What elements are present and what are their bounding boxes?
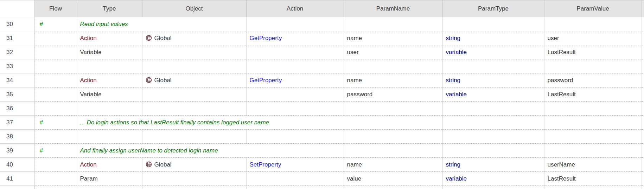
cell-action[interactable] <box>246 45 344 59</box>
row-number[interactable]: 35 <box>0 87 34 102</box>
row-number[interactable]: 41 <box>0 172 34 186</box>
cell-param-type[interactable]: variable <box>442 45 544 59</box>
comment-cell[interactable]: Read input values <box>77 17 246 31</box>
cell-type[interactable]: Action <box>77 73 142 87</box>
row-number[interactable]: 38 <box>0 130 34 144</box>
flow-cell[interactable] <box>34 186 77 189</box>
cell-type[interactable]: Action <box>77 158 142 172</box>
empty-cell[interactable] <box>142 59 246 73</box>
flow-cell[interactable] <box>34 59 77 73</box>
cell-object[interactable] <box>142 87 246 102</box>
empty-cell[interactable] <box>344 59 442 73</box>
col-header-paramname[interactable]: ParamName <box>344 0 442 17</box>
empty-cell[interactable] <box>246 130 344 144</box>
empty-cell[interactable] <box>442 130 544 144</box>
row-number[interactable]: 40 <box>0 158 34 172</box>
cell-param-name[interactable]: name <box>344 73 442 87</box>
empty-cell[interactable] <box>544 17 642 31</box>
cell-param-type[interactable]: string <box>442 73 544 87</box>
cell-object[interactable]: Global <box>142 158 246 172</box>
empty-cell[interactable] <box>77 59 142 73</box>
empty-cell[interactable] <box>544 186 642 189</box>
cell-param-value[interactable]: LastResult <box>544 87 642 102</box>
flow-cell[interactable]: # <box>34 116 77 130</box>
col-header-type[interactable]: Type <box>77 0 142 17</box>
flow-cell[interactable] <box>34 73 77 87</box>
cell-object[interactable]: Global <box>142 31 246 45</box>
cell-type[interactable]: Param <box>77 172 142 186</box>
empty-cell[interactable] <box>544 144 642 158</box>
cell-param-name[interactable]: password <box>344 87 442 102</box>
flow-cell[interactable]: # <box>34 17 77 31</box>
cell-action[interactable] <box>246 172 344 186</box>
empty-cell[interactable] <box>142 186 246 189</box>
empty-cell[interactable] <box>544 130 642 144</box>
cell-type[interactable]: Variable <box>77 45 142 59</box>
row-number[interactable] <box>0 186 34 189</box>
comment-cell[interactable]: ... Do login actions so that LastResult … <box>77 116 442 130</box>
empty-cell[interactable] <box>344 130 442 144</box>
flow-cell[interactable] <box>34 31 77 45</box>
cell-object[interactable] <box>142 45 246 59</box>
empty-cell[interactable] <box>544 59 642 73</box>
cell-object[interactable]: Global <box>142 73 246 87</box>
comment-cell[interactable]: And finally assign userName to detected … <box>77 144 344 158</box>
col-header-paramvalue[interactable]: ParamValue <box>544 0 642 17</box>
row-number[interactable]: 31 <box>0 31 34 45</box>
flow-cell[interactable] <box>34 172 77 186</box>
cell-param-name[interactable]: name <box>344 158 442 172</box>
cell-action[interactable]: GetProperty <box>246 31 344 45</box>
row-number[interactable]: 30 <box>0 17 34 31</box>
cell-param-value[interactable]: password <box>544 73 642 87</box>
cell-param-type[interactable]: variable <box>442 172 544 186</box>
flow-cell[interactable] <box>34 87 77 102</box>
cell-type[interactable]: Variable <box>77 87 142 102</box>
cell-type[interactable]: Action <box>77 31 142 45</box>
flow-cell[interactable]: # <box>34 144 77 158</box>
empty-cell[interactable] <box>77 130 142 144</box>
row-number[interactable]: 39 <box>0 144 34 158</box>
cell-action[interactable]: SetProperty <box>246 158 344 172</box>
empty-cell[interactable] <box>442 59 544 73</box>
empty-cell[interactable] <box>442 186 544 189</box>
empty-cell[interactable] <box>77 186 142 189</box>
empty-cell[interactable] <box>142 102 246 116</box>
empty-cell[interactable] <box>344 144 442 158</box>
flow-cell[interactable] <box>34 130 77 144</box>
empty-cell[interactable] <box>442 102 544 116</box>
empty-cell[interactable] <box>246 186 344 189</box>
empty-cell[interactable] <box>544 102 642 116</box>
empty-cell[interactable] <box>344 186 442 189</box>
empty-cell[interactable] <box>442 144 544 158</box>
empty-cell[interactable] <box>246 59 344 73</box>
cell-param-name[interactable]: name <box>344 31 442 45</box>
empty-cell[interactable] <box>142 130 246 144</box>
empty-cell[interactable] <box>544 116 642 130</box>
empty-cell[interactable] <box>442 116 544 130</box>
cell-param-value[interactable]: LastResult <box>544 45 642 59</box>
col-header-paramtype[interactable]: ParamType <box>442 0 544 17</box>
col-header-action[interactable]: Action <box>246 0 344 17</box>
cell-action[interactable]: GetProperty <box>246 73 344 87</box>
cell-param-value[interactable]: userName <box>544 158 642 172</box>
empty-cell[interactable] <box>344 17 442 31</box>
row-number[interactable]: 37 <box>0 116 34 130</box>
cell-param-name[interactable]: value <box>344 172 442 186</box>
cell-param-value[interactable]: user <box>544 31 642 45</box>
empty-cell[interactable] <box>442 17 544 31</box>
cell-object[interactable] <box>142 172 246 186</box>
empty-cell[interactable] <box>246 17 344 31</box>
cell-param-type[interactable]: variable <box>442 87 544 102</box>
cell-param-value[interactable]: LastResult <box>544 172 642 186</box>
cell-param-type[interactable]: string <box>442 31 544 45</box>
flow-cell[interactable] <box>34 102 77 116</box>
cell-param-name[interactable]: user <box>344 45 442 59</box>
flow-cell[interactable] <box>34 45 77 59</box>
col-header-flow[interactable]: Flow <box>34 0 77 17</box>
empty-cell[interactable] <box>344 102 442 116</box>
row-number[interactable]: 36 <box>0 102 34 116</box>
row-number[interactable]: 32 <box>0 45 34 59</box>
empty-cell[interactable] <box>246 102 344 116</box>
row-number[interactable]: 34 <box>0 73 34 87</box>
empty-cell[interactable] <box>77 102 142 116</box>
